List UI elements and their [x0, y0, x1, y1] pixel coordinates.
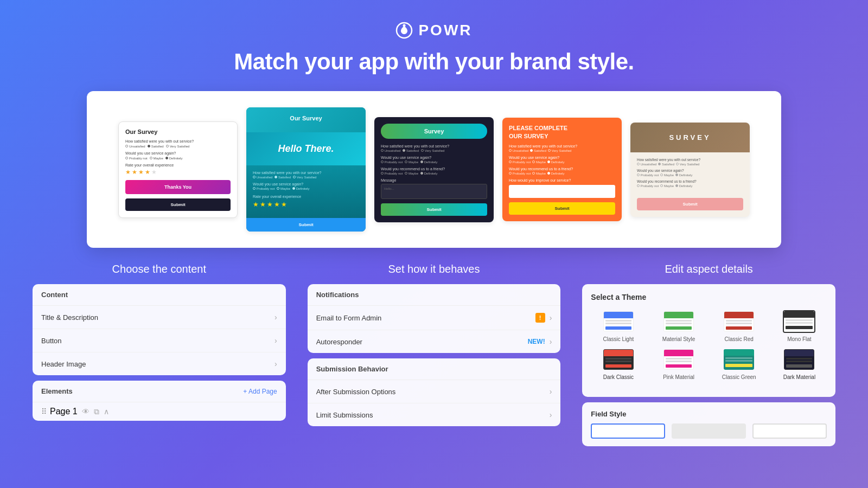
header-image-label: Header Image [41, 360, 86, 368]
survey-preview-classic-light: Our Survey How satisfied were you with o… [118, 121, 238, 218]
edit-aspect-title: Edit aspect details [582, 263, 835, 275]
autoresponder-item[interactable]: Autoresponder NEW! › [308, 330, 561, 353]
survey-preview-beige: SURVEY How satisfied were you with out s… [630, 123, 750, 217]
bottom-section: Choose the content Content Title & Descr… [33, 263, 835, 446]
add-page-label: + Add Page [243, 388, 277, 395]
notifications-panel: Notifications Email to Form Admin ! › Au… [308, 284, 561, 353]
submit-button-orange[interactable]: Submit [509, 202, 615, 215]
svg-point-1 [403, 24, 406, 27]
survey-previews: Our Survey How satisfied were you with o… [87, 91, 781, 248]
submit-button-dark[interactable]: Submit [381, 203, 487, 216]
content-panel: Content Title & Description › Button › H… [33, 284, 286, 375]
theme-label: Classic Green [722, 374, 756, 381]
theme-label: Mono Flat [787, 336, 811, 343]
page-1-row[interactable]: ⠿ Page 1 👁 ⧉ ∧ [33, 402, 286, 421]
submit-button-teal[interactable]: Submit [246, 218, 366, 232]
chevron-right-icon: › [275, 359, 277, 368]
up-icon: ∧ [104, 407, 109, 416]
field-style-title: Field Style [591, 410, 827, 418]
theme-label: Classic Light [603, 336, 634, 343]
choose-content-title: Choose the content [33, 263, 286, 275]
theme-mono-flat[interactable]: Mono Flat [772, 310, 827, 343]
theme-pink-material[interactable]: Pink Material [652, 348, 706, 381]
content-section-title: Content [33, 284, 286, 306]
add-page-button[interactable]: + Add Page [243, 388, 277, 395]
select-theme-title: Select a Theme [591, 293, 827, 301]
warning-icon: ! [535, 313, 545, 323]
chevron-right-icon: › [550, 387, 552, 396]
submit-button[interactable]: Submit [125, 198, 231, 211]
field-style-options [591, 423, 827, 439]
theme-dark-classic[interactable]: Dark Classic [591, 348, 646, 381]
set-behavior-column: Set how it behaves Notifications Email t… [308, 263, 561, 446]
copy-icon: ⧉ [94, 407, 99, 416]
title-description-item[interactable]: Title & Description › [33, 306, 286, 329]
header-image-item[interactable]: Header Image › [33, 352, 286, 375]
submission-panel: Submission Behavior After Submission Opt… [308, 358, 561, 426]
button-label: Button [41, 337, 62, 345]
chevron-right-icon: › [275, 336, 277, 345]
field-style-panel: Field Style [582, 402, 835, 446]
tagline: Match your app with your brand style. [0, 49, 868, 75]
notifications-title: Notifications [308, 284, 561, 306]
theme-grid: Classic Light Mate [591, 310, 827, 381]
chevron-right-icon: › [550, 410, 552, 419]
limit-submissions-item[interactable]: Limit Submissions › [308, 403, 561, 426]
header: POWR Match your app with your brand styl… [0, 0, 868, 91]
theme-classic-light[interactable]: Classic Light [591, 310, 646, 343]
elements-panel: Elements + Add Page ⠿ Page 1 👁 ⧉ ∧ [33, 381, 286, 421]
email-admin-label: Email to Form Admin [316, 314, 382, 322]
survey-preview-teal: Our Survey Hello There. How satisfied we… [246, 107, 366, 232]
theme-panel: Select a Theme Class [582, 284, 835, 397]
theme-classic-red[interactable]: Classic Red [712, 310, 767, 343]
eye-icon: 👁 [82, 407, 90, 416]
limit-submissions-label: Limit Submissions [316, 411, 373, 419]
field-style-bordered[interactable] [752, 423, 827, 439]
autoresponder-label: Autoresponder [316, 338, 362, 346]
theme-dark-material[interactable]: Dark Material [772, 348, 827, 381]
powr-icon [395, 22, 413, 39]
theme-label: Dark Classic [603, 374, 634, 381]
email-admin-item[interactable]: Email to Form Admin ! › [308, 306, 561, 330]
survey-card-title: Our Survey [125, 129, 231, 135]
choose-content-column: Choose the content Content Title & Descr… [33, 263, 286, 446]
field-style-filled[interactable] [672, 423, 746, 439]
survey-preview-orange: PLEASE COMPLETEOUR SURVEY How satisfied … [502, 118, 622, 221]
edit-aspect-column: Edit aspect details Select a Theme [582, 263, 835, 446]
button-item[interactable]: Button › [33, 329, 286, 352]
field-style-outlined[interactable] [591, 423, 665, 439]
theme-material-style[interactable]: Material Style [652, 310, 706, 343]
theme-classic-green[interactable]: Classic Green [712, 348, 767, 381]
submission-title: Submission Behavior [308, 358, 561, 380]
theme-label: Material Style [662, 336, 695, 343]
logo-text: POWR [418, 22, 472, 39]
survey-preview-dark: Survey How satisfied were you with out s… [374, 117, 494, 222]
logo: POWR [0, 22, 868, 39]
thanks-badge: Thanks You [125, 180, 231, 194]
drag-icon: ⠿ [41, 407, 47, 416]
theme-label: Classic Red [725, 336, 754, 343]
chevron-right-icon: › [275, 313, 277, 322]
theme-label: Dark Material [783, 374, 815, 381]
page-label: Page 1 [50, 407, 78, 416]
title-description-label: Title & Description [41, 313, 98, 322]
set-behavior-title: Set how it behaves [308, 263, 561, 275]
after-submission-item[interactable]: After Submission Options › [308, 380, 561, 403]
elements-section-title: Elements [41, 387, 73, 395]
chevron-right-icon: › [550, 337, 552, 346]
submit-button-beige[interactable]: Submit [637, 198, 743, 210]
new-badge: NEW! [528, 338, 545, 345]
after-submission-label: After Submission Options [316, 388, 396, 396]
theme-label: Pink Material [663, 374, 694, 381]
chevron-right-icon: › [550, 313, 552, 322]
